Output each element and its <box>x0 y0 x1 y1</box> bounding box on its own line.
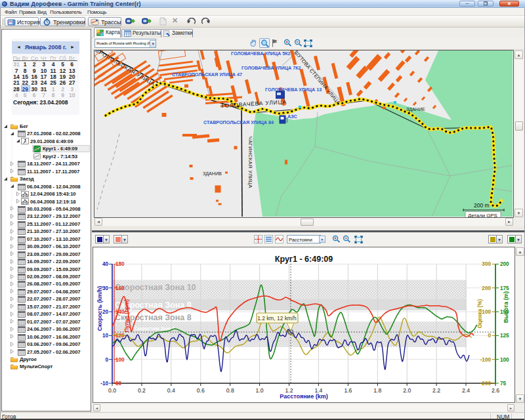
svg-text:180: 180 <box>116 261 125 267</box>
svg-text:ГОЛОВАЧЕВА УЛИЦА 13: ГОЛОВАЧЕВА УЛИЦА 13 <box>265 87 322 93</box>
svg-text:100: 100 <box>482 309 491 315</box>
svg-text:ГОЛОВАЧЕВА УЛИЦА 7К2: ГОЛОВАЧЕВА УЛИЦА 7К2 <box>242 65 301 71</box>
svg-text:30: 30 <box>102 285 109 291</box>
svg-text:ЧАГИНСКАЯ УЛИЦА: ЧАГИНСКАЯ УЛИЦА <box>247 136 253 188</box>
svg-text:Расстояние (km): Расстояние (km) <box>280 393 327 400</box>
svg-text:100: 100 <box>500 357 509 363</box>
svg-text:175: 175 <box>500 285 509 291</box>
svg-text:1.2 km, 12 km/h: 1.2 km, 12 km/h <box>257 315 297 322</box>
svg-text:120: 120 <box>116 333 125 339</box>
svg-text:-100: -100 <box>480 357 492 363</box>
svg-text:Скоростная Зона 10: Скоростная Зона 10 <box>115 283 196 292</box>
svg-text:2.2: 2.2 <box>432 387 440 394</box>
svg-text:80: 80 <box>116 381 122 387</box>
svg-text:2.4: 2.4 <box>462 387 470 394</box>
svg-text:Оценка (%): Оценка (%) <box>477 299 483 328</box>
svg-text:0.4: 0.4 <box>167 387 175 394</box>
svg-text:20: 20 <box>102 309 109 315</box>
svg-text:Скорость (km/h): Скорость (km/h) <box>96 286 103 331</box>
svg-text:Круг1 - 6:49:09: Круг1 - 6:49:09 <box>275 255 333 264</box>
svg-text:2.6: 2.6 <box>492 387 499 394</box>
svg-text:0.6: 0.6 <box>197 387 205 394</box>
svg-text:0: 0 <box>488 333 491 339</box>
svg-text:100: 100 <box>116 357 125 363</box>
svg-text:0.0: 0.0 <box>108 387 116 394</box>
svg-text:0: 0 <box>105 357 108 363</box>
svg-text:40: 40 <box>102 261 109 267</box>
svg-text:-200: -200 <box>480 381 492 387</box>
svg-text:125: 125 <box>500 333 509 339</box>
svg-text:ЗДАНИВ: ЗДАНИВ <box>203 171 222 177</box>
svg-text:СТАВРОПОЛЬСКАЯ УЛИЦА 84: СТАВРОПОЛЬСКАЯ УЛИЦА 84 <box>203 119 274 125</box>
svg-text:АЗС: АЗС <box>287 114 297 119</box>
svg-text:0.2: 0.2 <box>138 387 146 394</box>
svg-text:ГОЛОВАЧЕВА УЛИЦА 5К2: ГОЛОВАЧЕВА УЛИЦА 5К2 <box>231 51 291 56</box>
svg-text:300: 300 <box>482 261 491 267</box>
svg-text:0.8: 0.8 <box>226 387 234 394</box>
svg-text:1.6: 1.6 <box>344 387 352 394</box>
svg-text:200 m: 200 m <box>474 202 490 209</box>
svg-text:2.0: 2.0 <box>403 387 411 394</box>
svg-text:ЗДАНИЕ: ЗДАНИЕ <box>406 107 425 112</box>
svg-text:Детали GPS: Детали GPS <box>468 213 497 218</box>
svg-text:СТАВРОПОЛЬСКАЯ УЛИЦА 47: СТАВРОПОЛЬСКАЯ УЛИЦА 47 <box>172 72 242 77</box>
svg-text:10: 10 <box>102 333 109 339</box>
svg-text:75: 75 <box>500 381 507 387</box>
svg-text:200: 200 <box>500 261 509 267</box>
svg-text:1.8: 1.8 <box>373 387 381 394</box>
svg-text:200: 200 <box>482 285 491 291</box>
svg-text:160: 160 <box>116 285 125 291</box>
svg-text:Высота (m): Высота (m) <box>503 291 509 323</box>
svg-text:1.0: 1.0 <box>256 387 264 394</box>
svg-text:-10: -10 <box>100 381 108 387</box>
